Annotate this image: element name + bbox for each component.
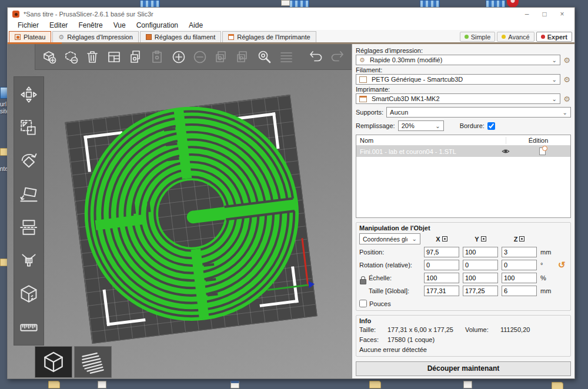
viewport-3d[interactable]	[8, 44, 352, 378]
paint-supports-icon[interactable]	[16, 248, 42, 274]
folder-icon[interactable]	[369, 381, 381, 388]
minimize-button[interactable]: –	[518, 10, 536, 18]
plater-icon	[15, 34, 21, 40]
chevron-down-icon: ⌄	[412, 236, 417, 242]
size-z-input[interactable]	[502, 286, 537, 296]
size-x-input[interactable]	[424, 286, 459, 296]
document-icon[interactable]	[463, 381, 472, 388]
add-instance-icon[interactable]	[169, 46, 188, 68]
split-parts-icon	[233, 46, 253, 68]
menu-configuration[interactable]: Configuration	[131, 21, 183, 29]
tab-reglages-imprimante[interactable]: Réglages de l'Imprimante	[222, 31, 316, 42]
prusaslicer-window: *Sans titre - PrusaSlicer-2.6.1 basé sur…	[7, 7, 575, 379]
menu-aide[interactable]: Aide	[183, 21, 208, 29]
maximize-button[interactable]: □	[536, 10, 553, 18]
supports-select[interactable]: Aucun ⌄	[386, 107, 571, 118]
edit-filament-gear-icon[interactable]: ⚙	[563, 76, 571, 83]
left-toolbar	[14, 76, 44, 346]
position-y-input[interactable]	[463, 247, 498, 257]
tab-reglages-impression[interactable]: ⚙ Réglages d'Impression	[52, 31, 139, 42]
seam-painting-icon[interactable]	[16, 281, 42, 307]
info-volume-label: Volume:	[465, 326, 498, 333]
menu-vue[interactable]: Vue	[108, 21, 131, 29]
uniform-scale-lock-icon[interactable]	[360, 279, 366, 284]
rotation-y-input[interactable]	[463, 260, 498, 270]
paste-icon	[148, 46, 167, 68]
scale-z-input[interactable]	[502, 273, 537, 283]
axis-z-icon	[519, 236, 524, 242]
inches-checkbox[interactable]	[359, 300, 367, 307]
menu-editer[interactable]: Editer	[44, 21, 73, 29]
mode-label: Avancé	[508, 33, 530, 41]
print-settings-select[interactable]: ⚙ Rapide 0.30mm (modifié) ⌄	[356, 55, 560, 65]
document-icon[interactable]	[230, 381, 239, 388]
scale-y-input[interactable]	[463, 273, 498, 283]
place-on-face-icon[interactable]	[16, 182, 42, 207]
folder-icon[interactable]	[48, 381, 60, 388]
tab-plateau[interactable]: Plateau	[9, 31, 51, 42]
move-icon[interactable]	[16, 82, 42, 108]
info-size-label: Taille:	[359, 326, 385, 333]
preview-layers-icon[interactable]	[74, 346, 112, 378]
rotate-icon[interactable]	[16, 148, 42, 174]
infill-label: Remplissage:	[356, 122, 395, 129]
copy-icon[interactable]	[126, 46, 145, 68]
filament-color-swatch	[359, 76, 367, 83]
delete-model-icon[interactable]	[62, 46, 81, 68]
eye-icon[interactable]	[497, 148, 514, 155]
3d-editor-view-icon[interactable]	[35, 346, 72, 378]
size-y-input[interactable]	[463, 286, 498, 296]
position-x-input[interactable]	[424, 247, 459, 257]
reset-rotation-icon[interactable]: ↺	[558, 260, 567, 270]
axis-y-icon	[481, 236, 486, 242]
window-title: *Sans titre - PrusaSlicer-2.6.1 basé sur…	[24, 11, 518, 18]
axis-x-header: X	[424, 236, 459, 243]
scale-icon[interactable]	[16, 115, 42, 141]
menu-fichier[interactable]: Fichier	[12, 21, 44, 29]
slice-now-button[interactable]: Découper maintenant	[356, 361, 571, 376]
add-model-icon[interactable]	[40, 46, 59, 68]
undo-icon[interactable]	[306, 46, 326, 68]
cut-icon[interactable]	[16, 214, 42, 240]
chevron-down-icon: ⌄	[563, 109, 567, 116]
close-button[interactable]: ×	[553, 10, 571, 18]
object-settings-icon[interactable]	[514, 147, 570, 155]
edit-print-settings-gear-icon[interactable]: ⚙	[563, 56, 571, 64]
infill-select[interactable]: 20% ⌄	[398, 120, 444, 131]
mode-simple-button[interactable]: Simple	[460, 32, 496, 42]
delete-all-icon[interactable]	[83, 46, 102, 68]
measure-icon[interactable]	[16, 314, 42, 340]
size-label: Taille [Global]:	[359, 287, 420, 294]
mode-label: Expert	[547, 33, 567, 41]
object-row[interactable]: Fini.001 - lab et couron04 - 1.STL	[356, 146, 570, 157]
printer-select[interactable]: SmartCub3D MK1-MK2 ⌄	[356, 93, 560, 104]
redo-icon	[328, 46, 348, 68]
filament-select[interactable]: PETG Générique - Smartcub3D ⌄	[356, 74, 560, 85]
document-icon[interactable]	[98, 381, 106, 388]
scale-x-input[interactable]	[424, 273, 459, 283]
folder-icon[interactable]	[552, 382, 563, 389]
position-z-input[interactable]	[502, 247, 537, 257]
split-objects-icon	[212, 46, 232, 68]
mode-avance-button[interactable]: Avancé	[497, 32, 534, 42]
manipulation-title: Manipulation de l'Objet	[359, 224, 567, 232]
chevron-down-icon: ⌄	[435, 123, 440, 129]
print-bed[interactable]	[65, 95, 317, 344]
rotation-x-input[interactable]	[424, 260, 459, 270]
edit-printer-gear-icon[interactable]: ⚙	[563, 95, 571, 103]
inches-label: Pouces	[369, 300, 391, 307]
info-volume-value: 111250,20	[500, 326, 567, 333]
info-panel: Info Taille: 177,31 x 6,00 x 177,25 Volu…	[356, 315, 571, 357]
menu-fenetre[interactable]: Fenêtre	[73, 21, 108, 29]
search-icon[interactable]	[255, 46, 275, 68]
document-icon[interactable]	[281, 0, 290, 6]
coordinates-mode-select[interactable]: Coordonnées globales ⌄	[359, 233, 420, 244]
mode-expert-button[interactable]: Expert	[536, 32, 572, 42]
info-faces-value: 17580 (1 coque)	[387, 336, 463, 343]
arrange-icon[interactable]	[105, 46, 124, 68]
brim-checkbox[interactable]	[487, 122, 495, 130]
rotation-z-input[interactable]	[502, 260, 537, 270]
tab-reglages-filament[interactable]: Réglages du filament	[140, 31, 221, 42]
labyrinth-model[interactable]	[70, 92, 314, 336]
object-list[interactable]: Nom Édition Fini.001 - lab et couron04 -…	[356, 135, 571, 218]
